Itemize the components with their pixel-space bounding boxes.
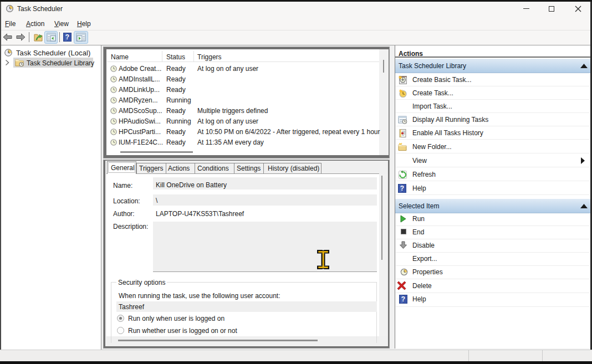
- svg-text:?: ?: [65, 33, 69, 41]
- svg-text:?: ?: [401, 295, 405, 303]
- svg-text:?: ?: [400, 184, 404, 192]
